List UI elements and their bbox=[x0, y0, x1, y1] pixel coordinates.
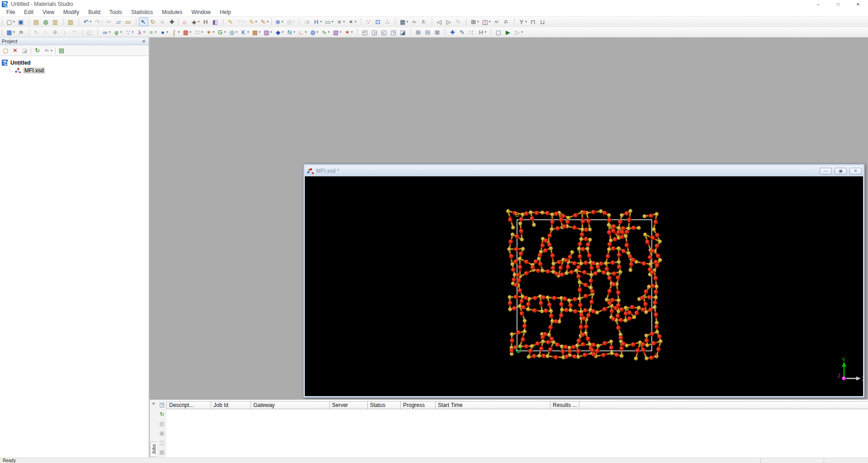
jobs-col-start-time[interactable]: Start Time bbox=[436, 401, 550, 409]
jobs-col-results[interactable]: Results ... bbox=[550, 401, 579, 409]
script-debug-button[interactable]: ▷▾ bbox=[512, 28, 524, 37]
module-vamp-button[interactable]: ▧▾ bbox=[331, 28, 343, 37]
rebuild-crystal-button[interactable]: ⊡ bbox=[373, 17, 383, 26]
dropdown-arrow-icon[interactable]: ▾ bbox=[282, 20, 284, 24]
chart-hbond-button[interactable]: H▾ bbox=[476, 28, 488, 37]
dropdown-arrow-icon[interactable]: ▾ bbox=[343, 20, 345, 24]
dropdown-arrow-icon[interactable]: ▾ bbox=[407, 20, 408, 24]
symmetry-tool-button[interactable]: ✶▾ bbox=[346, 17, 358, 26]
builder-tools-button[interactable]: ◫▾ bbox=[480, 17, 492, 26]
function-fx-button[interactable]: ƒx bbox=[16, 28, 26, 37]
new-document-button[interactable]: ▢▾ bbox=[5, 17, 16, 26]
sort-ascending-2-button[interactable]: A↕ bbox=[492, 17, 501, 26]
branch-tool-button[interactable]: Y▾ bbox=[517, 17, 528, 26]
dropdown-arrow-icon[interactable]: ▾ bbox=[477, 20, 479, 24]
dropdown-arrow-icon[interactable]: ▾ bbox=[489, 20, 491, 24]
dropdown-arrow-icon[interactable]: ▾ bbox=[132, 30, 134, 34]
menu-build[interactable]: Build bbox=[84, 9, 105, 16]
dropdown-arrow-icon[interactable]: ▾ bbox=[355, 20, 356, 24]
dropdown-arrow-icon[interactable]: ▾ bbox=[101, 20, 103, 24]
dropdown-arrow-icon[interactable]: ▾ bbox=[178, 30, 180, 34]
module-adsorption-button[interactable]: ∷▾ bbox=[193, 28, 204, 37]
toolbar-grip[interactable] bbox=[28, 19, 30, 25]
document-titlebar[interactable]: MFI.xsd * —▣✕ bbox=[305, 165, 863, 176]
mesostructure-button[interactable]: ▦▾ bbox=[398, 17, 410, 26]
sketch-atom-button[interactable]: ✎ bbox=[226, 17, 235, 26]
dropdown-arrow-icon[interactable]: ▾ bbox=[259, 30, 261, 34]
zoom-view-button[interactable]: ○ bbox=[158, 17, 167, 26]
maximize-button[interactable]: □ bbox=[828, 0, 848, 8]
table-add-button[interactable]: ⊞ bbox=[413, 28, 423, 37]
toolbar-grip[interactable] bbox=[445, 29, 446, 36]
dropdown-arrow-icon[interactable]: ▾ bbox=[155, 30, 157, 34]
element-picker-button[interactable]: ⊕▾ bbox=[273, 17, 285, 26]
toolbar-grip[interactable] bbox=[78, 19, 80, 25]
lock-key-button[interactable]: ⊔ bbox=[538, 17, 547, 26]
line-style-button[interactable]: ≡▾ bbox=[335, 17, 346, 26]
project-close-icon[interactable]: ✕ bbox=[141, 39, 147, 44]
measure-change-button[interactable]: H bbox=[201, 17, 210, 26]
module-sorption-button[interactable]: ●▾ bbox=[158, 28, 170, 37]
menu-tools[interactable]: Tools bbox=[105, 9, 127, 16]
dropdown-arrow-icon[interactable]: ▾ bbox=[332, 20, 333, 24]
jobs-col-status[interactable]: Status bbox=[368, 401, 401, 409]
previous-frame-button[interactable]: ◁ bbox=[434, 17, 444, 26]
window-new-button[interactable]: ◰ bbox=[360, 28, 370, 37]
dropdown-arrow-icon[interactable]: ▾ bbox=[267, 20, 269, 24]
module-kinetix-button[interactable]: K▾ bbox=[239, 28, 251, 37]
project-sort-button[interactable]: A↓▾ bbox=[42, 46, 54, 55]
toolbar-grip[interactable] bbox=[513, 19, 515, 25]
toolbar-grip[interactable] bbox=[490, 29, 492, 36]
toolbar-grip[interactable] bbox=[357, 29, 358, 36]
dropdown-arrow-icon[interactable]: ▾ bbox=[485, 30, 487, 34]
module-amorphous-cell-button[interactable]: ∵▾ bbox=[123, 28, 135, 37]
doc-restore-button[interactable]: ▣ bbox=[835, 168, 847, 175]
dropdown-arrow-icon[interactable]: ▾ bbox=[320, 20, 322, 24]
disorder-tool-button[interactable]: ∴ bbox=[383, 17, 392, 26]
module-synthia-button[interactable]: ∿▾ bbox=[319, 28, 331, 37]
dropdown-arrow-icon[interactable]: ▾ bbox=[247, 30, 249, 34]
next-frame-button[interactable]: ▷ bbox=[444, 17, 453, 26]
table-close-button[interactable]: ⊠ bbox=[432, 28, 442, 37]
chart-add-button[interactable]: ✚ bbox=[448, 28, 457, 37]
dropdown-arrow-icon[interactable]: ▾ bbox=[201, 30, 203, 34]
jobs-close-icon[interactable]: ✕ bbox=[151, 402, 157, 408]
translate-view-button[interactable]: ✚ bbox=[167, 17, 177, 26]
module-reflex-button[interactable]: ∟▾ bbox=[296, 28, 308, 37]
toolbar-grip[interactable] bbox=[63, 19, 64, 25]
toolbar-grip[interactable] bbox=[136, 19, 137, 25]
doc-minimize-button[interactable]: — bbox=[820, 168, 832, 175]
toolbar-grip[interactable] bbox=[395, 19, 396, 25]
toolbar-grip[interactable] bbox=[28, 29, 30, 36]
sketch-fragment-button[interactable]: ✎▾ bbox=[258, 17, 270, 26]
dropdown-arrow-icon[interactable]: ▾ bbox=[282, 30, 284, 34]
module-xcell-button[interactable]: ✶▾ bbox=[342, 28, 354, 37]
module-polymorph-button[interactable]: ◍▾ bbox=[308, 28, 320, 37]
script-page-button[interactable]: ▢ bbox=[493, 28, 503, 37]
script-run-button[interactable]: ▶ bbox=[503, 28, 512, 37]
jobs-col-descript[interactable]: Descript... bbox=[167, 401, 211, 409]
export-button[interactable]: ▨ bbox=[66, 17, 76, 26]
atom-dots-button[interactable]: ∵ bbox=[364, 17, 373, 26]
menu-window[interactable]: Window bbox=[187, 9, 215, 16]
dropdown-arrow-icon[interactable]: ▾ bbox=[198, 20, 200, 24]
window-cascade-button[interactable]: ◳ bbox=[389, 28, 398, 37]
module-mesocite-button[interactable]: ▩▾ bbox=[250, 28, 262, 37]
dropdown-arrow-icon[interactable]: ▾ bbox=[51, 49, 52, 52]
display-style-button[interactable]: ◧ bbox=[210, 17, 220, 26]
jobs-tab[interactable]: Jobs bbox=[150, 442, 157, 457]
module-forcite-button[interactable]: φ▾ bbox=[112, 28, 123, 37]
menu-statistics[interactable]: Statistics bbox=[127, 9, 157, 16]
rotate-view-button[interactable]: ↻ bbox=[148, 17, 158, 26]
module-nmr-button[interactable]: N▾ bbox=[285, 28, 297, 37]
dropdown-arrow-icon[interactable]: ▾ bbox=[305, 30, 307, 34]
module-onetep-button[interactable]: ◎▾ bbox=[227, 28, 239, 37]
dropdown-arrow-icon[interactable]: ▾ bbox=[340, 30, 342, 34]
toolbar-grip[interactable] bbox=[82, 29, 83, 36]
module-blends-button[interactable]: ◆▾ bbox=[273, 28, 285, 37]
window-tile-button[interactable]: ◲ bbox=[370, 28, 379, 37]
adjust-hydrogen-button[interactable]: H▾ bbox=[312, 17, 323, 26]
module-gulp-button[interactable]: G▾ bbox=[216, 28, 228, 37]
module-discover-button[interactable]: ∞▾ bbox=[100, 28, 112, 37]
dropdown-arrow-icon[interactable]: ▾ bbox=[224, 30, 226, 34]
